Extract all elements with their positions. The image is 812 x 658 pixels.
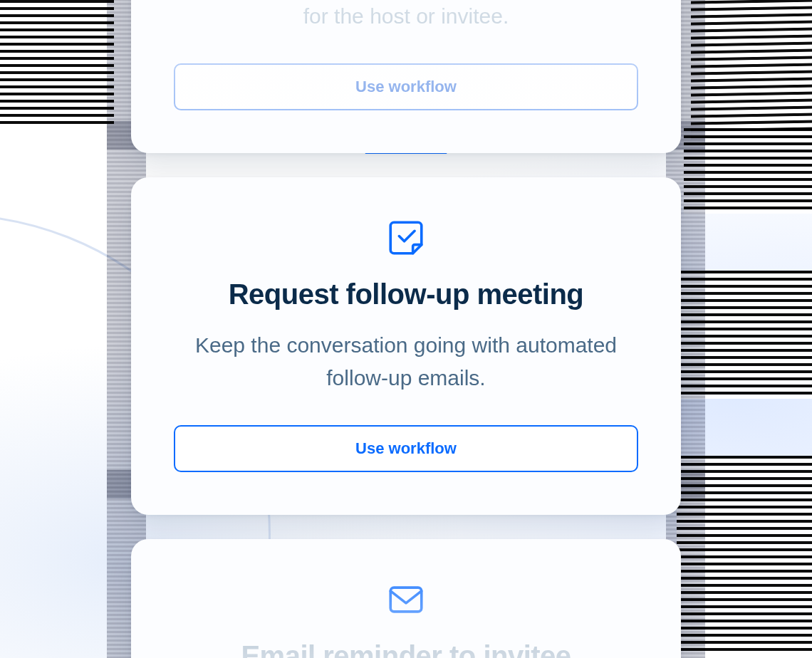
use-workflow-button[interactable]: Use workflow <box>174 63 638 110</box>
use-workflow-button[interactable]: Use workflow <box>174 425 638 472</box>
workflow-card-email-reminder: Email reminder to invitee <box>131 539 681 659</box>
mail-icon <box>174 579 638 620</box>
decorative-stripes <box>0 0 114 128</box>
checked-note-icon <box>174 217 638 258</box>
workflow-card-follow-up: Request follow-up meeting Keep the conve… <box>131 177 681 515</box>
card-title: Email reminder to invitee <box>174 640 638 659</box>
workflow-card-column: for the host or invitee. Use workflow Re… <box>131 0 681 658</box>
card-title: Request follow-up meeting <box>174 278 638 310</box>
svg-rect-0 <box>390 588 422 612</box>
card-description: for the host or invitee. <box>174 0 638 33</box>
decorative-stripes <box>691 0 812 144</box>
card-description: Keep the conversation going with automat… <box>174 329 638 395</box>
workflow-card-top: for the host or invitee. Use workflow <box>131 0 681 153</box>
